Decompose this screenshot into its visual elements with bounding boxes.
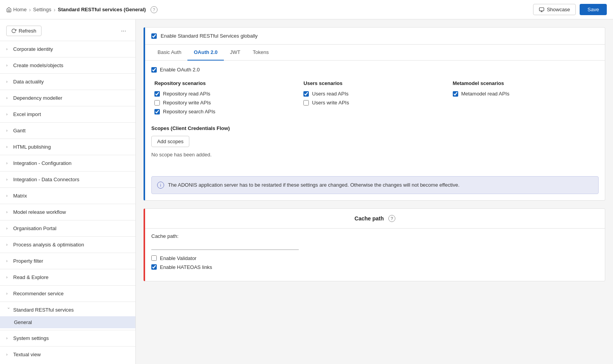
sidebar-item-integration-data-connectors[interactable]: › Integration - Data Connectors [0,173,135,186]
sidebar-item-dependency-modeller[interactable]: › Dependency modeller [0,92,135,104]
oauth-content: Enable OAuth 2.0 Repository scenarios Re… [145,61,605,170]
chevron-icon: › [6,210,11,214]
sidebar-divider [0,171,135,172]
sidebar-item-model-release-workflow[interactable]: › Model release workflow [0,206,135,218]
enable-validator-checkbox[interactable] [151,255,157,261]
repo-read-row: Repository read APIs [154,91,297,97]
sidebar-item-textual-view[interactable]: › Textual view [0,348,135,361]
main-layout: Refresh ··· › Corporate identity › Creat… [0,19,613,364]
chevron-icon: › [6,259,11,263]
more-options-button[interactable]: ··· [118,26,129,36]
sidebar-divider [0,73,135,74]
users-scenarios-col: Users scenarios Users read APIs Users wr… [300,80,449,118]
chevron-icon: › [6,63,11,68]
sidebar-divider [0,90,135,90]
chevron-icon: › [6,96,11,100]
sidebar-item-property-filter[interactable]: › Property filter [0,255,135,267]
save-button[interactable]: Save [580,4,607,15]
sidebar-divider [0,106,135,106]
sidebar-divider [0,302,135,302]
no-scope-text: No scope has been added. [151,152,599,158]
sidebar-item-standard-restful[interactable]: › Standard RESTful services [0,303,135,316]
chevron-icon: › [6,177,11,182]
add-scopes-button[interactable]: Add scopes [151,136,189,147]
help-icon[interactable]: ? [151,6,158,13]
metamodel-read-checkbox[interactable] [453,91,458,97]
breadcrumb-sep2: › [54,7,55,13]
repo-search-row: Repository search APIs [154,109,297,114]
chevron-icon: › [6,128,11,133]
chevron-icon: › [6,112,11,116]
tab-basic-auth[interactable]: Basic Auth [151,45,187,61]
showcase-button[interactable]: Showcase [533,4,576,15]
breadcrumb-settings[interactable]: Settings [33,7,51,12]
scopes-section: Scopes (Client Credentials Flow) Add sco… [151,125,599,158]
sidebar-item-integration-configuration[interactable]: › Integration - Configuration [0,157,135,170]
users-read-checkbox[interactable] [303,91,309,97]
sidebar-item-read-explore[interactable]: › Read & Explore [0,271,135,284]
sidebar-item-data-actuality[interactable]: › Data actuality [0,75,135,88]
sidebar-divider [0,187,135,188]
sidebar-item-corporate-identity[interactable]: › Corporate identity [0,43,135,55]
repo-read-checkbox[interactable] [154,91,160,97]
metamodel-scenarios-col: Metamodel scenarios Metamodel read APIs [450,80,599,118]
cache-path-card: Cache path ? Cache path: Enable Validato… [144,208,605,281]
metamodel-scenarios-title: Metamodel scenarios [453,80,596,86]
users-scenarios-title: Users scenarios [303,80,446,86]
refresh-button[interactable]: Refresh [6,26,42,36]
sidebar-divider [0,204,135,204]
tab-oauth2[interactable]: OAuth 2.0 [187,45,223,61]
sidebar-sub-item-general[interactable]: General [0,316,135,328]
sidebar-item-html-publishing[interactable]: › HTML publishing [0,140,135,153]
tab-jwt[interactable]: JWT [224,45,247,61]
auth-tabs: Basic Auth OAuth 2.0 JWT Tokens [145,45,605,61]
users-write-row: Users write APIs [303,100,446,106]
cache-path-label: Cache path: [151,233,599,239]
repo-write-checkbox[interactable] [154,100,160,106]
sidebar-item-create-models[interactable]: › Create models/objects [0,59,135,72]
sidebar-item-excel-import[interactable]: › Excel import [0,108,135,121]
cache-path-input[interactable] [151,241,299,250]
breadcrumb: Home › Settings › Standard RESTful servi… [6,6,158,13]
repo-search-checkbox[interactable] [154,109,160,114]
metamodel-read-row: Metamodel read APIs [453,91,596,97]
enable-hateoas-checkbox[interactable] [151,264,157,270]
enable-global-checkbox[interactable] [151,33,157,39]
sidebar-divider [0,236,135,237]
chevron-icon: › [6,352,11,357]
chevron-icon: › [6,336,11,340]
sidebar-divider [0,346,135,347]
enable-global-label[interactable]: Enable Standard RESTful Services globall… [161,33,258,39]
cache-path-body: Cache path: Enable Validator Enable HATE… [145,229,605,281]
sidebar-item-process-analysis[interactable]: › Process analysis & optimisation [0,238,135,251]
enable-oauth-label[interactable]: Enable OAuth 2.0 [160,67,200,73]
chevron-icon: › [6,243,11,247]
cache-path-title: Cache path ? [145,209,605,228]
cache-path-help-icon[interactable]: ? [388,215,395,222]
header-actions: Showcase Save [533,4,607,15]
sidebar: Refresh ··· › Corporate identity › Creat… [0,19,136,364]
sidebar-divider [0,155,135,155]
sidebar-divider [0,220,135,220]
sidebar-item-matrix[interactable]: › Matrix [0,189,135,202]
restful-settings-card: Enable Standard RESTful Services globall… [144,27,605,201]
enable-oauth-row: Enable OAuth 2.0 [151,67,599,73]
enable-global-row: Enable Standard RESTful Services globall… [145,28,605,44]
enable-validator-row: Enable Validator [151,255,599,261]
scenarios-grid: Repository scenarios Repository read API… [151,80,599,118]
sidebar-divider [0,330,135,330]
chevron-icon: › [6,291,11,296]
sidebar-divider [0,57,135,57]
enable-hateoas-row: Enable HATEOAS links [151,264,599,270]
breadcrumb-home[interactable]: Home [6,7,27,12]
sidebar-item-gantt[interactable]: › Gantt [0,124,135,137]
info-text: The ADONIS application server has to be … [168,181,459,189]
users-write-checkbox[interactable] [303,100,309,106]
enable-oauth-checkbox[interactable] [151,67,157,73]
repository-scenarios-col: Repository scenarios Repository read API… [151,80,300,118]
sidebar-item-organisation-portal[interactable]: › Organisation Portal [0,222,135,235]
sidebar-divider [0,285,135,286]
sidebar-item-recommender-service[interactable]: › Recommender service [0,287,135,300]
tab-tokens[interactable]: Tokens [247,45,275,61]
sidebar-item-system-settings[interactable]: › System settings [0,332,135,345]
